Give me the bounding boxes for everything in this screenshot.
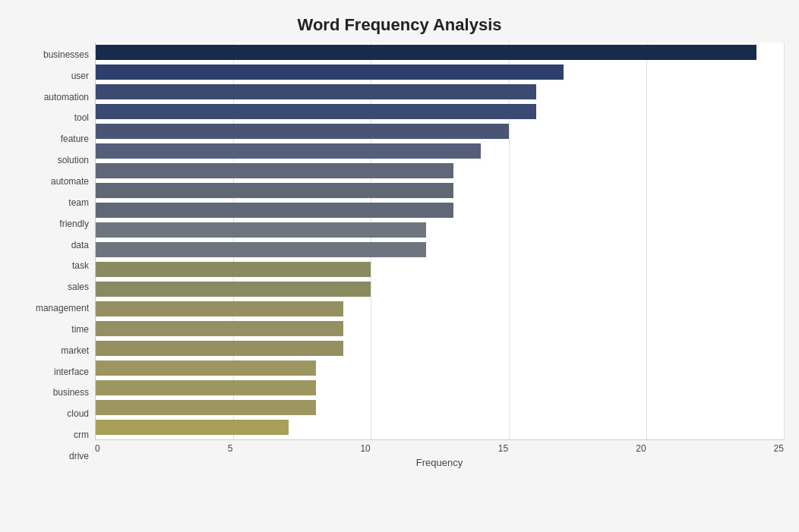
bar-row [96, 141, 784, 161]
bar-row [96, 181, 784, 200]
bar [96, 84, 536, 99]
bar-row [96, 42, 784, 62]
bar [96, 143, 481, 159]
bar-row [96, 338, 784, 358]
y-label: drive [69, 446, 89, 466]
bar [96, 341, 343, 356]
x-tick: 25 [774, 443, 784, 454]
bar [96, 360, 316, 376]
y-label: cloud [67, 404, 89, 423]
bar [96, 262, 371, 277]
y-label: automate [51, 172, 89, 191]
bar [96, 163, 453, 178]
x-tick: 5 [228, 443, 233, 454]
y-label: automation [44, 87, 89, 107]
bar-row [96, 121, 784, 141]
y-label: crm [74, 425, 89, 445]
y-label: team [68, 193, 89, 212]
bar-row [96, 220, 784, 240]
bar-row [96, 378, 784, 398]
chart-title: Word Frequency Analysis [15, 15, 784, 35]
bar [96, 45, 756, 60]
x-tick: 0 [95, 443, 100, 454]
y-axis: businessesuserautomationtoolfeaturesolut… [15, 42, 95, 468]
bar-row [96, 62, 784, 82]
bars-and-xaxis: 0510152025 Frequency [95, 42, 784, 468]
y-label: tool [74, 108, 89, 127]
bar-row [96, 319, 784, 338]
bar [96, 183, 453, 198]
chart-container: Word Frequency Analysis businessesuserau… [0, 0, 799, 532]
bar [96, 203, 453, 218]
bars-area [95, 42, 784, 440]
y-label: market [61, 341, 89, 360]
bar-row [96, 102, 784, 121]
x-tick: 20 [636, 443, 646, 454]
bar-row [96, 260, 784, 279]
y-label: data [71, 235, 89, 255]
bar-row [96, 299, 784, 319]
bar [96, 301, 343, 316]
bar [96, 104, 536, 119]
bar [96, 124, 509, 139]
bar-row [96, 200, 784, 220]
bar [96, 400, 316, 415]
y-label: solution [58, 150, 89, 170]
bar [96, 420, 289, 435]
y-label: friendly [59, 214, 89, 234]
bar-row [96, 417, 784, 437]
y-label: task [72, 256, 89, 275]
bar [96, 65, 564, 80]
bar-row [96, 240, 784, 260]
bar [96, 380, 316, 395]
x-tick: 10 [360, 443, 370, 454]
bar-row [96, 279, 784, 299]
bar [96, 222, 426, 238]
y-label: time [71, 320, 89, 339]
x-tick: 15 [498, 443, 508, 454]
bar-row [96, 358, 784, 378]
bar-row [96, 398, 784, 417]
y-label: feature [61, 129, 89, 149]
bar [96, 321, 343, 336]
x-axis-label: Frequency [95, 457, 784, 468]
bar-row [96, 161, 784, 181]
chart-area: businessesuserautomationtoolfeaturesolut… [15, 42, 784, 468]
y-label: businesses [43, 45, 89, 65]
y-label: sales [68, 277, 89, 297]
bar-row [96, 82, 784, 102]
y-label: interface [54, 362, 89, 382]
grid-line [784, 42, 785, 439]
y-label: management [36, 298, 89, 318]
bar [96, 282, 371, 297]
x-axis: 0510152025 [95, 440, 784, 454]
y-label: user [71, 66, 89, 86]
bar [96, 242, 426, 257]
y-label: business [53, 382, 89, 402]
